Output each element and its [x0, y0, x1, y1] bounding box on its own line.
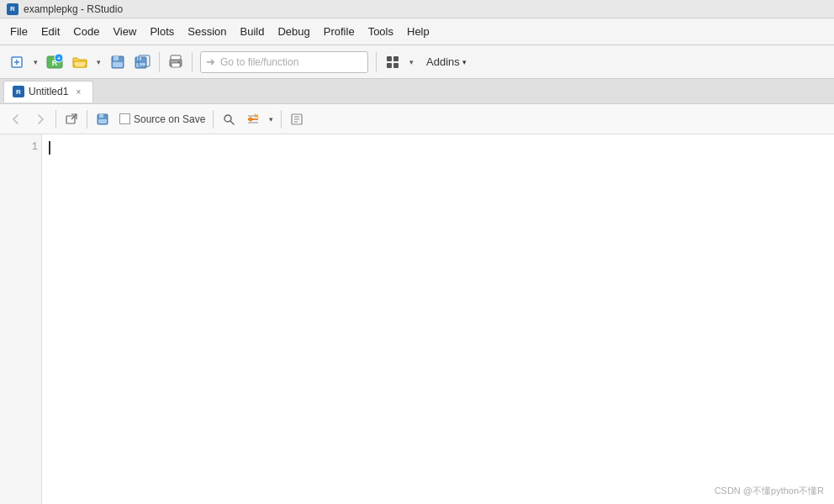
svg-line-24: [230, 121, 234, 124]
editor-toolbar: Source on Save: [0, 104, 834, 134]
svg-rect-9: [113, 62, 123, 67]
editor-area: R Untitled1 ×: [0, 79, 834, 504]
source-on-save-label: Source on Save: [134, 113, 205, 125]
svg-rect-21: [99, 114, 103, 118]
print-button[interactable]: [164, 50, 187, 74]
separator-3: [376, 52, 377, 72]
main-toolbar: ▾ R + ▾: [0, 45, 834, 79]
menu-bar: File Edit Code View Plots Session Build …: [0, 18, 834, 45]
menu-debug[interactable]: Debug: [271, 22, 316, 41]
editor-save-button[interactable]: [92, 108, 113, 130]
grid-icon: [387, 56, 399, 68]
new-file-dropdown-arrow[interactable]: ▾: [29, 50, 41, 74]
title-bar-text: examplepkg - RStudio: [24, 3, 123, 15]
save-button[interactable]: [106, 50, 129, 74]
outline-button[interactable]: [286, 108, 308, 130]
new-project-button[interactable]: R +: [43, 50, 66, 74]
menu-plots[interactable]: Plots: [143, 22, 181, 41]
menu-code[interactable]: Code: [66, 22, 106, 41]
show-in-window-button[interactable]: [61, 108, 82, 130]
open-file-button[interactable]: [68, 50, 92, 74]
svg-rect-16: [172, 63, 180, 67]
source-on-save-group: Source on Save: [119, 113, 205, 125]
svg-rect-8: [113, 56, 119, 60]
rstudio-logo: R: [7, 3, 18, 15]
save-all-button[interactable]: [131, 50, 155, 74]
goto-arrow-icon: ➜: [206, 55, 215, 68]
open-file-group: ▾: [68, 50, 104, 74]
watermark: CSDN @不懂python不懂R: [715, 485, 824, 497]
title-bar: R examplepkg - RStudio: [0, 0, 834, 18]
ed-separator-3: [213, 110, 214, 129]
find-button[interactable]: [218, 108, 240, 130]
separator-1: [159, 52, 160, 72]
layout-button[interactable]: [381, 50, 404, 74]
goto-placeholder-text: Go to file/function: [220, 56, 298, 68]
ed-separator-1: [55, 110, 56, 129]
forward-button[interactable]: [29, 108, 51, 130]
separator-2: [192, 52, 193, 72]
svg-point-26: [249, 118, 252, 121]
tab-label: Untitled1: [29, 86, 68, 97]
new-file-button[interactable]: [5, 50, 29, 74]
menu-profile[interactable]: Profile: [317, 22, 362, 41]
open-file-dropdown-arrow[interactable]: ▾: [92, 50, 104, 74]
cursor-line: [49, 141, 827, 155]
menu-tools[interactable]: Tools: [362, 22, 400, 41]
text-cursor: [49, 141, 50, 155]
menu-help[interactable]: Help: [400, 22, 436, 41]
tab-untitled1[interactable]: R Untitled1 ×: [3, 81, 93, 102]
code-tools-button[interactable]: [242, 108, 264, 130]
ed-separator-4: [281, 110, 282, 129]
svg-point-17: [178, 61, 180, 63]
code-area: 1 CSDN @不懂python不懂R: [0, 134, 834, 504]
line-number-1: 1: [3, 141, 38, 153]
tab-close-button[interactable]: ×: [72, 86, 84, 97]
menu-build[interactable]: Build: [234, 22, 272, 41]
source-on-save-checkbox[interactable]: [119, 113, 130, 124]
menu-session[interactable]: Session: [181, 22, 233, 41]
menu-file[interactable]: File: [3, 22, 34, 41]
addins-label: Addins: [426, 55, 460, 68]
ed-separator-2: [87, 110, 87, 129]
svg-rect-22: [98, 119, 107, 123]
code-content[interactable]: [42, 134, 834, 504]
layout-group: ▾: [381, 50, 417, 74]
code-tools-dropdown-arrow[interactable]: ▾: [265, 108, 277, 130]
svg-line-19: [71, 114, 77, 119]
code-tools-group: ▾: [242, 108, 277, 130]
goto-file-box[interactable]: ➜ Go to file/function: [200, 51, 368, 73]
tab-r-icon: R: [13, 86, 24, 97]
tab-bar: R Untitled1 ×: [0, 79, 834, 104]
back-button[interactable]: [5, 108, 27, 130]
addins-button[interactable]: Addins ▾: [419, 52, 474, 71]
addins-arrow-icon: ▾: [462, 58, 467, 66]
new-file-group: ▾: [5, 50, 41, 74]
menu-edit[interactable]: Edit: [34, 22, 66, 41]
menu-view[interactable]: View: [106, 22, 143, 41]
svg-text:+: +: [57, 55, 61, 61]
line-numbers: 1: [0, 134, 42, 504]
layout-dropdown-arrow[interactable]: ▾: [405, 50, 417, 74]
